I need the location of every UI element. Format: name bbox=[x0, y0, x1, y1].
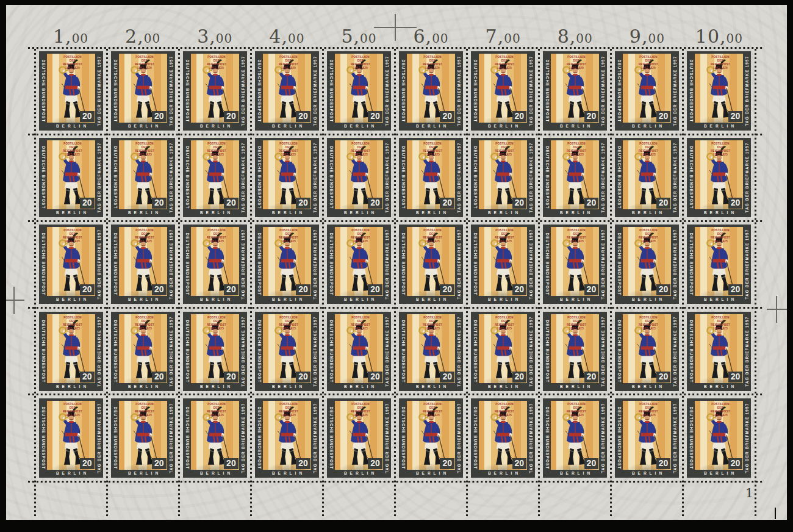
stamp-city: BERLIN bbox=[623, 296, 671, 303]
stamp-denomination: 20 bbox=[224, 284, 239, 295]
stamp-city: BERLIN bbox=[119, 383, 167, 390]
stamp-right-inscription: TAG DER BRIEFMARKE 1957 bbox=[167, 312, 175, 391]
stamp-right-inscription: TAG DER BRIEFMARKE 1957 bbox=[455, 138, 463, 217]
caption-line: REICHSPOST bbox=[491, 323, 518, 326]
stamp-right-inscription: TAG DER BRIEFMARKE 1957 bbox=[599, 398, 607, 478]
stamp-denomination: 20 bbox=[440, 111, 454, 122]
stamp-city: BERLIN bbox=[551, 209, 599, 217]
caption-line: DER bbox=[491, 319, 518, 323]
stamp-caption: POSTILLION DER REICHSPOST 1867-1925 bbox=[419, 316, 446, 330]
stamp-city: BERLIN bbox=[119, 123, 167, 130]
stamp-caption: POSTILLION DER REICHSPOST 1867-1925 bbox=[203, 316, 230, 330]
caption-line: REICHSPOST bbox=[563, 323, 590, 326]
stamp-denomination: 20 bbox=[440, 284, 454, 295]
stamp-left-inscription: DEUTSCHE BUNDESPOST bbox=[543, 312, 551, 391]
stamp-denomination: 20 bbox=[80, 198, 95, 209]
stamp-caption: POSTILLION DER REICHSPOST 1867-1925 bbox=[131, 403, 158, 417]
stamp-left-inscription: DEUTSCHE BUNDESPOST bbox=[687, 398, 695, 478]
stamp-denomination: 20 bbox=[80, 284, 95, 295]
stamp-picture: POSTILLION DER REICHSPOST 1867-1925 20 bbox=[551, 227, 599, 296]
caption-line: REICHSPOST bbox=[59, 409, 86, 413]
stamp-right-inscription: TAG DER BRIEFMARKE 1957 bbox=[167, 225, 175, 304]
perforation-column bbox=[465, 48, 468, 516]
stamp-picture: POSTILLION DER REICHSPOST 1867-1925 20 bbox=[479, 227, 527, 296]
stamp-city: BERLIN bbox=[551, 383, 599, 390]
stamp-caption: POSTILLION DER REICHSPOST 1867-1925 bbox=[59, 142, 86, 156]
stamp-caption: POSTILLION DER REICHSPOST 1867-1925 bbox=[635, 142, 662, 156]
top-margin-label: 3,00 bbox=[179, 26, 251, 48]
stamp-picture: POSTILLION DER REICHSPOST 1867-1925 20 bbox=[263, 314, 311, 383]
stamp-right-inscription: TAG DER BRIEFMARKE 1957 bbox=[311, 398, 319, 478]
caption-line: POSTILLION bbox=[347, 403, 374, 406]
label-whole: 9, bbox=[630, 26, 648, 47]
stamp-caption: POSTILLION DER REICHSPOST 1867-1925 bbox=[275, 56, 302, 70]
caption-line: DER bbox=[347, 319, 374, 323]
stamp: POSTILLION DER REICHSPOST 1867-1925 20 D… bbox=[615, 398, 679, 478]
caption-line: DER bbox=[563, 406, 590, 410]
perforation-row bbox=[27, 306, 764, 309]
stamp-city: BERLIN bbox=[407, 123, 455, 130]
stamp-picture: POSTILLION DER REICHSPOST 1867-1925 20 bbox=[623, 227, 671, 296]
stamp-left-inscription: DEUTSCHE BUNDESPOST bbox=[615, 225, 623, 304]
caption-line: 1867-1925 bbox=[275, 240, 302, 243]
stamp-left-inscription: DEUTSCHE BUNDESPOST bbox=[471, 398, 479, 478]
stamp-denomination: 20 bbox=[152, 284, 167, 295]
stamp-right-inscription: TAG DER BRIEFMARKE 1957 bbox=[743, 225, 751, 304]
caption-line: DER bbox=[59, 319, 86, 323]
stamp: POSTILLION DER REICHSPOST 1867-1925 20 D… bbox=[183, 225, 247, 304]
stamp: POSTILLION DER REICHSPOST 1867-1925 20 D… bbox=[111, 51, 175, 131]
stamp-city: BERLIN bbox=[335, 123, 383, 130]
stamp-right-inscription: TAG DER BRIEFMARKE 1957 bbox=[95, 51, 103, 131]
stamp-caption: POSTILLION DER REICHSPOST 1867-1925 bbox=[419, 229, 446, 243]
stamp-right-inscription: TAG DER BRIEFMARKE 1957 bbox=[239, 398, 247, 478]
stamp-city: BERLIN bbox=[47, 209, 95, 217]
stamp-left-inscription: DEUTSCHE BUNDESPOST bbox=[111, 225, 119, 304]
stamp: POSTILLION DER REICHSPOST 1867-1925 20 D… bbox=[111, 225, 175, 304]
stamp-right-inscription: TAG DER BRIEFMARKE 1957 bbox=[383, 51, 391, 131]
label-decimals: 00 bbox=[576, 31, 592, 46]
stamp-picture: POSTILLION DER REICHSPOST 1867-1925 20 bbox=[263, 401, 311, 470]
stamp-denomination: 20 bbox=[512, 111, 527, 122]
stamp-picture: POSTILLION DER REICHSPOST 1867-1925 20 bbox=[407, 54, 455, 123]
stamp-left-inscription: DEUTSCHE BUNDESPOST bbox=[255, 312, 263, 391]
caption-line: POSTILLION bbox=[635, 403, 662, 406]
stamp-caption: POSTILLION DER REICHSPOST 1867-1925 bbox=[563, 142, 590, 156]
stamp-left-inscription: DEUTSCHE BUNDESPOST bbox=[615, 398, 623, 478]
stamp-city: BERLIN bbox=[263, 383, 311, 390]
stamp-caption: POSTILLION DER REICHSPOST 1867-1925 bbox=[59, 229, 86, 243]
caption-line: REICHSPOST bbox=[491, 409, 518, 413]
perforation-row bbox=[27, 220, 764, 223]
stamp-picture: POSTILLION DER REICHSPOST 1867-1925 20 bbox=[695, 54, 743, 123]
stamp-right-inscription: TAG DER BRIEFMARKE 1957 bbox=[671, 138, 679, 217]
caption-line: DER bbox=[131, 319, 158, 323]
caption-line: POSTILLION bbox=[131, 403, 158, 406]
stamp-denomination: 20 bbox=[368, 372, 382, 383]
stamp-denomination: 20 bbox=[152, 198, 167, 209]
caption-line: DER bbox=[275, 319, 302, 323]
stamp-city: BERLIN bbox=[119, 209, 167, 217]
stamp: POSTILLION DER REICHSPOST 1867-1925 20 D… bbox=[39, 51, 103, 131]
stamp-left-inscription: DEUTSCHE BUNDESPOST bbox=[183, 225, 191, 304]
stamp-right-inscription: TAG DER BRIEFMARKE 1957 bbox=[239, 225, 247, 304]
stamp-city: BERLIN bbox=[695, 383, 743, 390]
stamp-left-inscription: DEUTSCHE BUNDESPOST bbox=[39, 138, 47, 217]
stamp-left-inscription: DEUTSCHE BUNDESPOST bbox=[39, 312, 47, 391]
stamp-denomination: 20 bbox=[656, 111, 671, 122]
stamp: POSTILLION DER REICHSPOST 1867-1925 20 D… bbox=[471, 312, 535, 391]
caption-line: 1867-1925 bbox=[275, 413, 302, 417]
top-margin-label: 5,00 bbox=[323, 26, 395, 48]
caption-line: DER bbox=[635, 406, 662, 410]
stamp-sheet: 1,002,003,004,005,006,007,008,009,0010,0… bbox=[6, 5, 787, 520]
stamp-city: BERLIN bbox=[695, 470, 743, 477]
top-margin-label: 4,00 bbox=[251, 26, 323, 48]
caption-line: POSTILLION bbox=[203, 403, 230, 406]
stamp-city: BERLIN bbox=[551, 123, 599, 130]
caption-line: 1867-1925 bbox=[491, 413, 518, 417]
caption-line: 1867-1925 bbox=[131, 413, 158, 417]
caption-line: REICHSPOST bbox=[275, 323, 302, 326]
stamp-caption: POSTILLION DER REICHSPOST 1867-1925 bbox=[635, 229, 662, 243]
stamp-right-inscription: TAG DER BRIEFMARKE 1957 bbox=[167, 51, 175, 131]
caption-line: POSTILLION bbox=[275, 316, 302, 320]
stamp: POSTILLION DER REICHSPOST 1867-1925 20 D… bbox=[471, 51, 535, 131]
stamp-left-inscription: DEUTSCHE BUNDESPOST bbox=[327, 225, 335, 304]
